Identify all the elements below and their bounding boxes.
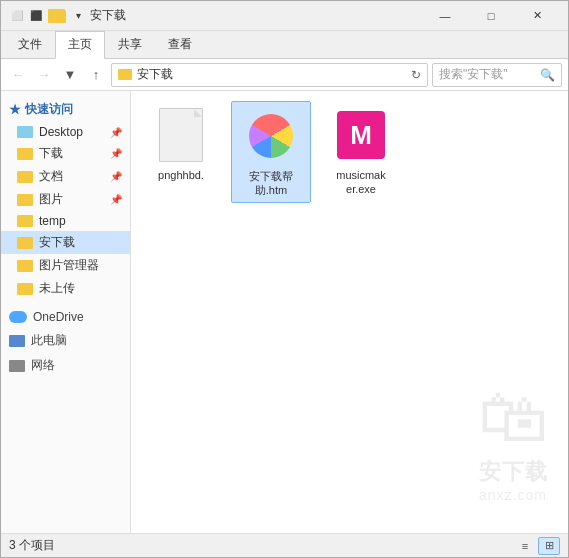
title-bar-left: ⬜ ⬛ ▾ 安下载: [9, 7, 126, 24]
back-button[interactable]: ←: [7, 64, 29, 86]
htm-icon: [249, 114, 293, 158]
content-area: pnghhbd. 安下载帮助.htm M musicmak er.exe 🛍 安…: [131, 91, 568, 533]
maximize-button[interactable]: □: [468, 1, 514, 31]
file-name-exe: musicmak er.exe: [325, 168, 397, 197]
sidebar-item-documents[interactable]: 文档 📌: [1, 165, 130, 188]
image-manager-folder-icon: [17, 260, 33, 272]
file-name-pnghhbd: pnghhbd.: [158, 168, 204, 182]
refresh-icon[interactable]: ↻: [411, 68, 421, 82]
file-item-exe[interactable]: M musicmak er.exe: [321, 101, 401, 203]
watermark-text: 安下载: [479, 457, 548, 487]
file-icon-area-htm: [241, 106, 301, 166]
file-name-htm: 安下载帮助.htm: [236, 169, 306, 198]
sidebar-item-desktop[interactable]: Desktop 📌: [1, 122, 130, 142]
tab-file[interactable]: 文件: [5, 31, 55, 58]
tab-view[interactable]: 查看: [155, 31, 205, 58]
sidebar-item-download[interactable]: 下载 📌: [1, 142, 130, 165]
file-doc-icon-pnghhbd: [159, 108, 203, 162]
tab-share[interactable]: 共享: [105, 31, 155, 58]
status-bar: 3 个项目 ≡ ⊞: [1, 533, 568, 557]
anzaixia-folder-icon: [17, 237, 33, 249]
close-button[interactable]: ✕: [514, 1, 560, 31]
search-icon: 🔍: [540, 68, 555, 82]
view-list-button[interactable]: ≡: [514, 537, 536, 555]
status-count: 3 个项目: [9, 537, 55, 554]
sidebar-item-anzaixia-label: 安下载: [39, 234, 75, 251]
search-box[interactable]: 搜索"安下载" 🔍: [432, 63, 562, 87]
file-item-htm[interactable]: 安下载帮助.htm: [231, 101, 311, 203]
window-title: 安下载: [90, 7, 126, 24]
quick-access-header[interactable]: ★ 快速访问: [1, 97, 130, 122]
title-bar-icons: ⬜ ⬛: [9, 8, 44, 24]
sidebar: ★ 快速访问 Desktop 📌 下载 📌 文档 📌 图片 📌 temp: [1, 91, 131, 533]
pc-icon: [9, 335, 25, 347]
file-icon-area-exe: M: [331, 105, 391, 165]
dropdown-nav-button[interactable]: ▼: [59, 64, 81, 86]
sidebar-item-documents-label: 文档: [39, 168, 63, 185]
folder-icon-title: [48, 9, 66, 23]
watermark-bag-icon: 🛍: [478, 377, 548, 457]
sidebar-item-not-uploaded-label: 未上传: [39, 280, 75, 297]
tab-home[interactable]: 主页: [55, 31, 105, 59]
ribbon-tabs: 文件 主页 共享 查看: [1, 31, 568, 59]
view-toggle: ≡ ⊞: [514, 537, 560, 555]
sidebar-item-temp-label: temp: [39, 214, 66, 228]
minimize-button[interactable]: —: [422, 1, 468, 31]
window-icon: ⬜: [9, 8, 25, 24]
sidebar-item-download-label: 下载: [39, 145, 63, 162]
pictures-folder-icon: [17, 194, 33, 206]
sidebar-item-not-uploaded[interactable]: 未上传: [1, 277, 130, 300]
up-button[interactable]: ↑: [85, 64, 107, 86]
sidebar-item-pictures[interactable]: 图片 📌: [1, 188, 130, 211]
window-controls: — □ ✕: [422, 1, 560, 31]
onedrive-label: OneDrive: [33, 310, 84, 324]
onedrive-icon: [9, 311, 27, 323]
sidebar-item-image-manager-label: 图片管理器: [39, 257, 99, 274]
main-layout: ★ 快速访问 Desktop 📌 下载 📌 文档 📌 图片 📌 temp: [1, 91, 568, 533]
sidebar-item-image-manager[interactable]: 图片管理器: [1, 254, 130, 277]
view-grid-button[interactable]: ⊞: [538, 537, 560, 555]
desktop-folder-icon: [17, 126, 33, 138]
sidebar-item-pictures-label: 图片: [39, 191, 63, 208]
not-uploaded-folder-icon: [17, 283, 33, 295]
toolbar-row: ← → ▼ ↑ 安下载 ↻ 搜索"安下载" 🔍: [1, 59, 568, 91]
dropdown-arrow-icon[interactable]: ▾: [70, 8, 86, 24]
quick-access-icon: ⬛: [28, 8, 44, 24]
network-label: 网络: [31, 357, 55, 374]
exe-icon: M: [337, 111, 385, 159]
address-bar[interactable]: 安下载 ↻: [111, 63, 428, 87]
pin-icon-desktop: 📌: [110, 127, 122, 138]
star-icon: ★: [9, 102, 21, 117]
sidebar-item-desktop-label: Desktop: [39, 125, 83, 139]
file-item-pnghhbd[interactable]: pnghhbd.: [141, 101, 221, 203]
title-bar: ⬜ ⬛ ▾ 安下载 — □ ✕: [1, 1, 568, 31]
quick-access-label: 快速访问: [25, 101, 73, 118]
documents-folder-icon: [17, 171, 33, 183]
pc-label: 此电脑: [31, 332, 67, 349]
pin-icon-download: 📌: [110, 148, 122, 159]
file-icon-area-pnghhbd: [151, 105, 211, 165]
sidebar-item-onedrive[interactable]: OneDrive: [1, 306, 130, 328]
pin-icon-documents: 📌: [110, 171, 122, 182]
search-placeholder: 搜索"安下载": [439, 66, 540, 83]
pin-icon-pictures: 📌: [110, 194, 122, 205]
sidebar-item-network[interactable]: 网络: [1, 353, 130, 378]
address-text: 安下载: [137, 66, 407, 83]
files-grid: pnghhbd. 安下载帮助.htm M musicmak er.exe: [141, 101, 558, 203]
temp-folder-icon: [17, 215, 33, 227]
network-icon: [9, 360, 25, 372]
watermark: 🛍 安下载 anxz.com: [478, 377, 548, 503]
sidebar-item-pc[interactable]: 此电脑: [1, 328, 130, 353]
forward-button[interactable]: →: [33, 64, 55, 86]
download-folder-icon: [17, 148, 33, 160]
sidebar-item-temp[interactable]: temp: [1, 211, 130, 231]
watermark-url: anxz.com: [479, 487, 547, 503]
sidebar-item-anzaixia[interactable]: 安下载: [1, 231, 130, 254]
address-folder-icon: [118, 69, 132, 80]
